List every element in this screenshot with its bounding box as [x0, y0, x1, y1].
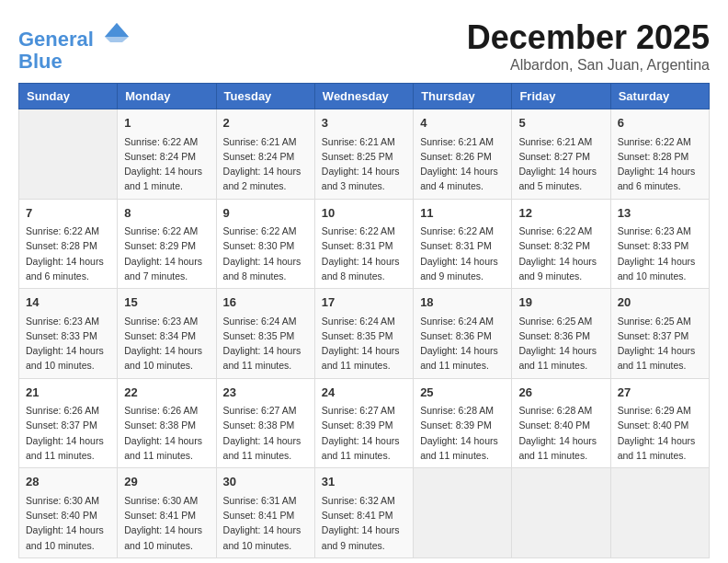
day-content: Sunrise: 6:22 AM Sunset: 8:31 PM Dayligh…	[420, 224, 505, 283]
day-content: Sunrise: 6:24 AM Sunset: 8:35 PM Dayligh…	[223, 314, 308, 373]
calendar-week-row: 28Sunrise: 6:30 AM Sunset: 8:40 PM Dayli…	[19, 468, 710, 558]
logo-icon	[103, 18, 131, 46]
day-content: Sunrise: 6:22 AM Sunset: 8:30 PM Dayligh…	[223, 224, 308, 283]
day-content: Sunrise: 6:24 AM Sunset: 8:36 PM Dayligh…	[420, 314, 505, 373]
calendar-cell: 30Sunrise: 6:31 AM Sunset: 8:41 PM Dayli…	[216, 468, 314, 558]
calendar-cell: 8Sunrise: 6:22 AM Sunset: 8:29 PM Daylig…	[118, 199, 216, 289]
day-number: 9	[223, 204, 308, 223]
calendar-cell: 25Sunrise: 6:28 AM Sunset: 8:39 PM Dayli…	[414, 378, 512, 468]
month-title: December 2025	[467, 18, 710, 57]
day-number: 13	[618, 204, 702, 223]
day-number: 6	[618, 114, 702, 132]
day-number: 29	[124, 473, 209, 491]
day-of-week-header: Tuesday	[216, 84, 314, 109]
day-content: Sunrise: 6:31 AM Sunset: 8:41 PM Dayligh…	[223, 493, 308, 553]
day-content: Sunrise: 6:30 AM Sunset: 8:41 PM Dayligh…	[124, 493, 209, 553]
day-content: Sunrise: 6:21 AM Sunset: 8:25 PM Dayligh…	[322, 134, 406, 194]
day-number: 8	[124, 204, 209, 223]
title-block: December 2025 Albardon, San Juan, Argent…	[467, 18, 710, 74]
location-subtitle: Albardon, San Juan, Argentina	[467, 57, 710, 74]
day-content: Sunrise: 6:22 AM Sunset: 8:28 PM Dayligh…	[618, 134, 702, 194]
day-content: Sunrise: 6:21 AM Sunset: 8:26 PM Dayligh…	[420, 134, 505, 194]
calendar-cell: 27Sunrise: 6:29 AM Sunset: 8:40 PM Dayli…	[610, 378, 709, 468]
day-number: 27	[618, 384, 702, 402]
day-of-week-header: Sunday	[19, 84, 118, 109]
day-number: 26	[518, 384, 603, 402]
day-content: Sunrise: 6:22 AM Sunset: 8:32 PM Dayligh…	[518, 224, 603, 283]
day-number: 7	[26, 204, 110, 223]
day-of-week-header: Saturday	[610, 84, 709, 109]
calendar-cell: 24Sunrise: 6:27 AM Sunset: 8:39 PM Dayli…	[314, 378, 413, 468]
day-number: 14	[26, 293, 110, 312]
day-number: 19	[518, 293, 603, 312]
day-number: 1	[124, 114, 209, 132]
day-content: Sunrise: 6:21 AM Sunset: 8:27 PM Dayligh…	[518, 134, 603, 194]
calendar-cell: 14Sunrise: 6:23 AM Sunset: 8:33 PM Dayli…	[19, 289, 118, 379]
calendar-cell: 15Sunrise: 6:23 AM Sunset: 8:34 PM Dayli…	[118, 289, 216, 379]
day-number: 21	[26, 384, 110, 402]
calendar-cell: 19Sunrise: 6:25 AM Sunset: 8:36 PM Dayli…	[512, 289, 610, 379]
calendar-cell: 7Sunrise: 6:22 AM Sunset: 8:28 PM Daylig…	[19, 199, 118, 289]
calendar-cell: 16Sunrise: 6:24 AM Sunset: 8:35 PM Dayli…	[216, 289, 314, 379]
day-number: 23	[223, 384, 308, 402]
calendar-cell: 26Sunrise: 6:28 AM Sunset: 8:40 PM Dayli…	[512, 378, 610, 468]
day-content: Sunrise: 6:25 AM Sunset: 8:36 PM Dayligh…	[518, 314, 603, 373]
calendar-cell: 20Sunrise: 6:25 AM Sunset: 8:37 PM Dayli…	[610, 289, 709, 379]
day-content: Sunrise: 6:24 AM Sunset: 8:35 PM Dayligh…	[322, 314, 406, 373]
day-content: Sunrise: 6:32 AM Sunset: 8:41 PM Dayligh…	[322, 493, 406, 553]
calendar-cell: 22Sunrise: 6:26 AM Sunset: 8:38 PM Dayli…	[118, 378, 216, 468]
calendar-cell: 17Sunrise: 6:24 AM Sunset: 8:35 PM Dayli…	[314, 289, 413, 379]
day-content: Sunrise: 6:27 AM Sunset: 8:39 PM Dayligh…	[322, 403, 406, 463]
calendar-cell: 18Sunrise: 6:24 AM Sunset: 8:36 PM Dayli…	[414, 289, 512, 379]
calendar-cell: 29Sunrise: 6:30 AM Sunset: 8:41 PM Dayli…	[118, 468, 216, 558]
day-content: Sunrise: 6:26 AM Sunset: 8:38 PM Dayligh…	[124, 403, 209, 463]
day-content: Sunrise: 6:26 AM Sunset: 8:37 PM Dayligh…	[26, 403, 110, 463]
calendar-cell: 13Sunrise: 6:23 AM Sunset: 8:33 PM Dayli…	[610, 199, 709, 289]
logo: General Blue	[18, 18, 131, 73]
day-number: 5	[518, 114, 603, 132]
day-number: 2	[223, 114, 308, 132]
logo-blue: Blue	[18, 51, 131, 73]
logo-general: General	[18, 28, 94, 51]
day-content: Sunrise: 6:27 AM Sunset: 8:38 PM Dayligh…	[223, 403, 308, 463]
calendar-week-row: 14Sunrise: 6:23 AM Sunset: 8:33 PM Dayli…	[19, 289, 710, 379]
day-content: Sunrise: 6:22 AM Sunset: 8:31 PM Dayligh…	[322, 224, 406, 283]
calendar-cell: 9Sunrise: 6:22 AM Sunset: 8:30 PM Daylig…	[216, 199, 314, 289]
day-content: Sunrise: 6:28 AM Sunset: 8:39 PM Dayligh…	[420, 403, 505, 463]
calendar-cell: 28Sunrise: 6:30 AM Sunset: 8:40 PM Dayli…	[19, 468, 118, 558]
calendar-week-row: 7Sunrise: 6:22 AM Sunset: 8:28 PM Daylig…	[19, 199, 710, 289]
day-number: 22	[124, 384, 209, 402]
day-number: 18	[420, 293, 505, 312]
calendar-cell	[414, 468, 512, 558]
day-of-week-header: Thursday	[414, 84, 512, 109]
calendar-cell: 31Sunrise: 6:32 AM Sunset: 8:41 PM Dayli…	[314, 468, 413, 558]
day-number: 20	[618, 293, 702, 312]
calendar-cell: 11Sunrise: 6:22 AM Sunset: 8:31 PM Dayli…	[414, 199, 512, 289]
page-header: General Blue December 2025 Albardon, San…	[18, 18, 710, 74]
calendar-cell: 12Sunrise: 6:22 AM Sunset: 8:32 PM Dayli…	[512, 199, 610, 289]
day-number: 15	[124, 293, 209, 312]
calendar-table: SundayMondayTuesdayWednesdayThursdayFrid…	[18, 83, 710, 558]
calendar-cell: 6Sunrise: 6:22 AM Sunset: 8:28 PM Daylig…	[610, 109, 709, 200]
day-of-week-header: Wednesday	[314, 84, 413, 109]
day-number: 12	[518, 204, 603, 223]
calendar-cell: 23Sunrise: 6:27 AM Sunset: 8:38 PM Dayli…	[216, 378, 314, 468]
day-content: Sunrise: 6:22 AM Sunset: 8:24 PM Dayligh…	[124, 134, 209, 194]
day-number: 17	[322, 293, 406, 312]
day-content: Sunrise: 6:30 AM Sunset: 8:40 PM Dayligh…	[26, 493, 110, 553]
day-content: Sunrise: 6:23 AM Sunset: 8:33 PM Dayligh…	[26, 314, 110, 373]
calendar-cell: 3Sunrise: 6:21 AM Sunset: 8:25 PM Daylig…	[314, 109, 413, 200]
svg-marker-1	[105, 23, 129, 42]
day-number: 24	[322, 384, 406, 402]
calendar-cell	[19, 109, 118, 200]
day-of-week-header: Monday	[118, 84, 216, 109]
calendar-cell: 5Sunrise: 6:21 AM Sunset: 8:27 PM Daylig…	[512, 109, 610, 200]
day-content: Sunrise: 6:22 AM Sunset: 8:28 PM Dayligh…	[26, 224, 110, 283]
day-content: Sunrise: 6:22 AM Sunset: 8:29 PM Dayligh…	[124, 224, 209, 283]
day-number: 30	[223, 473, 308, 491]
calendar-cell: 21Sunrise: 6:26 AM Sunset: 8:37 PM Dayli…	[19, 378, 118, 468]
day-content: Sunrise: 6:21 AM Sunset: 8:24 PM Dayligh…	[223, 134, 308, 194]
day-number: 25	[420, 384, 505, 402]
day-of-week-header: Friday	[512, 84, 610, 109]
day-number: 16	[223, 293, 308, 312]
